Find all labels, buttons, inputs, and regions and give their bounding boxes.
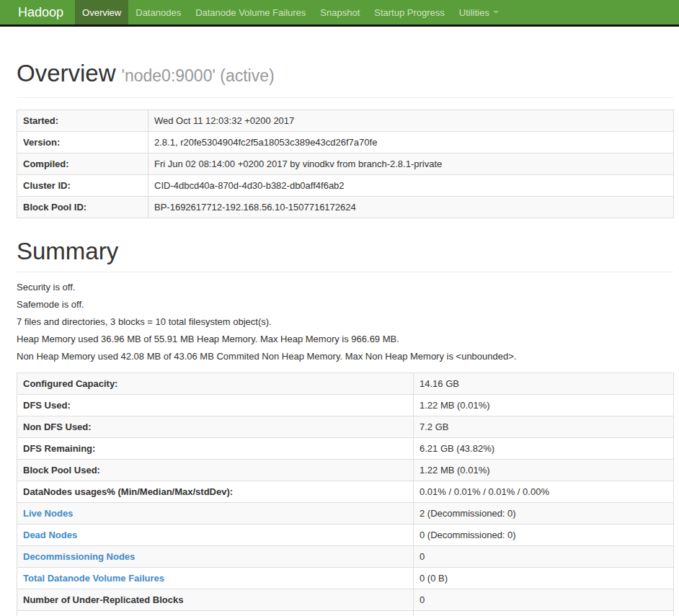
row-label: DataNodes usages% (Min/Median/Max/stdDev…	[17, 481, 414, 503]
summary-table: Configured Capacity:14.16 GBDFS Used:1.2…	[17, 372, 674, 616]
nav-item-label: Utilities	[459, 7, 489, 18]
row-value: 2.8.1, r20fe5304904fc2f5a18053c389e43cd2…	[148, 132, 674, 153]
nav-item-overview[interactable]: Overview	[75, 0, 128, 24]
table-row: DFS Used:1.22 MB (0.01%)	[17, 395, 674, 416]
summary-paragraph: 7 files and directories, 3 blocks = 10 t…	[17, 317, 674, 327]
table-row: Block Pool ID:BP-1692617712-192.168.56.1…	[17, 197, 674, 218]
table-row: Total Datanode Volume Failures0 (0 B)	[17, 568, 674, 589]
namenode-info-table: Started:Wed Oct 11 12:03:32 +0200 2017Ve…	[17, 110, 674, 218]
table-row: Live Nodes2 (Decommissioned: 0)	[17, 503, 674, 525]
nav-item-snapshot[interactable]: Snapshot	[313, 0, 367, 24]
row-label: DFS Remaining:	[17, 438, 414, 460]
page-title: Overview'node0:9000' (active)	[17, 61, 674, 89]
summary-paragraph: Heap Memory used 36.96 MB of 55.91 MB He…	[17, 334, 674, 344]
nav-item-label: Snapshot	[320, 7, 360, 18]
table-row: Number of Under-Replicated Blocks0	[17, 589, 674, 611]
table-row: Cluster ID:CID-4dbcd40a-870d-4d30-b382-d…	[17, 175, 674, 197]
summary-paragraph: Safemode is off.	[17, 300, 674, 310]
row-value: BP-1692617712-192.168.56.10-150771617262…	[148, 197, 674, 218]
row-value: CID-4dbcd40a-870d-4d30-b382-db0aff4f6ab2	[148, 175, 674, 197]
row-label: Live Nodes	[17, 503, 414, 525]
caret-down-icon	[493, 11, 499, 14]
table-row: Compiled:Fri Jun 02 08:14:00 +0200 2017 …	[17, 153, 674, 175]
row-value: 0	[414, 611, 674, 616]
row-label: Number of Under-Replicated Blocks	[17, 589, 414, 611]
table-row: Started:Wed Oct 11 12:03:32 +0200 2017	[17, 110, 674, 132]
row-label: Version:	[17, 132, 148, 153]
live-nodes-link[interactable]: Live Nodes	[23, 508, 73, 519]
row-label: Total Datanode Volume Failures	[17, 568, 414, 589]
summary-divider	[17, 272, 674, 272]
nav-item-label: Startup Progress	[374, 7, 445, 18]
row-label: Non DFS Used:	[17, 416, 414, 438]
row-value: Fri Jun 02 08:14:00 +0200 2017 by vinodk…	[148, 153, 674, 175]
table-row: Number of Blocks Pending Deletion0	[17, 611, 674, 616]
navbar-items: OverviewDatanodesDatanode Volume Failure…	[75, 0, 506, 24]
summary-paragraphs: Security is off.Safemode is off.7 files …	[17, 282, 674, 362]
summary-heading: Summary	[17, 238, 674, 264]
table-row: Decommissioning Nodes0	[17, 546, 674, 568]
table-row: Configured Capacity:14.16 GB	[17, 373, 674, 395]
row-label: Decommissioning Nodes	[17, 546, 414, 568]
summary-paragraph: Non Heap Memory used 42.08 MB of 43.06 M…	[17, 352, 674, 362]
row-value: 0.01% / 0.01% / 0.01% / 0.00%	[414, 481, 674, 503]
nav-item-label: Overview	[82, 7, 121, 18]
nav-item-utilities[interactable]: Utilities	[452, 0, 506, 24]
row-label: Block Pool ID:	[17, 197, 148, 218]
table-row: Dead Nodes0 (Decommissioned: 0)	[17, 525, 674, 546]
row-value: 6.21 GB (43.82%)	[414, 438, 674, 460]
row-value: 1.22 MB (0.01%)	[414, 460, 674, 481]
row-value: 0	[414, 589, 674, 611]
table-row: DFS Remaining:6.21 GB (43.82%)	[17, 438, 674, 460]
row-label: Started:	[17, 110, 148, 132]
row-label: Compiled:	[17, 153, 148, 175]
nav-item-datanode-volume-failures[interactable]: Datanode Volume Failures	[188, 0, 313, 24]
namenode-address-subtitle: 'node0:9000' (active)	[122, 66, 275, 85]
nav-item-datanodes[interactable]: Datanodes	[128, 0, 188, 24]
nav-item-label: Datanodes	[136, 7, 181, 18]
row-value: 7.2 GB	[414, 416, 674, 438]
table-row: Version:2.8.1, r20fe5304904fc2f5a18053c3…	[17, 132, 674, 153]
table-row: Non DFS Used:7.2 GB	[17, 416, 674, 438]
summary-paragraph: Security is off.	[17, 282, 674, 293]
row-label: Configured Capacity:	[17, 373, 414, 395]
hadoop-brand[interactable]: Hadoop	[0, 0, 75, 24]
nav-item-label: Datanode Volume Failures	[195, 7, 306, 18]
dead-nodes-link[interactable]: Dead Nodes	[23, 530, 77, 540]
row-value: 0	[414, 546, 674, 568]
row-label: Block Pool Used:	[17, 460, 414, 481]
table-row: DataNodes usages% (Min/Median/Max/stdDev…	[17, 481, 674, 503]
row-value: 14.16 GB	[414, 373, 674, 395]
page-content: Overview'node0:9000' (active) Started:We…	[17, 61, 674, 616]
row-value: 1.22 MB (0.01%)	[414, 395, 674, 416]
decommissioning-nodes-link[interactable]: Decommissioning Nodes	[23, 551, 135, 562]
row-value: 2 (Decommissioned: 0)	[414, 503, 674, 525]
row-value: 0 (0 B)	[414, 568, 674, 589]
page-title-text: Overview	[17, 60, 116, 86]
title-divider	[17, 97, 674, 98]
table-row: Block Pool Used:1.22 MB (0.01%)	[17, 460, 674, 481]
top-navbar: Hadoop OverviewDatanodesDatanode Volume …	[0, 0, 679, 27]
row-label: Cluster ID:	[17, 175, 148, 197]
row-label: DFS Used:	[17, 395, 414, 416]
nav-item-startup-progress[interactable]: Startup Progress	[367, 0, 452, 24]
row-label: Number of Blocks Pending Deletion	[17, 611, 414, 616]
row-label: Dead Nodes	[17, 525, 414, 546]
total-datanode-volume-failures-link[interactable]: Total Datanode Volume Failures	[23, 573, 164, 584]
row-value: Wed Oct 11 12:03:32 +0200 2017	[148, 110, 674, 132]
row-value: 0 (Decommissioned: 0)	[414, 525, 674, 546]
